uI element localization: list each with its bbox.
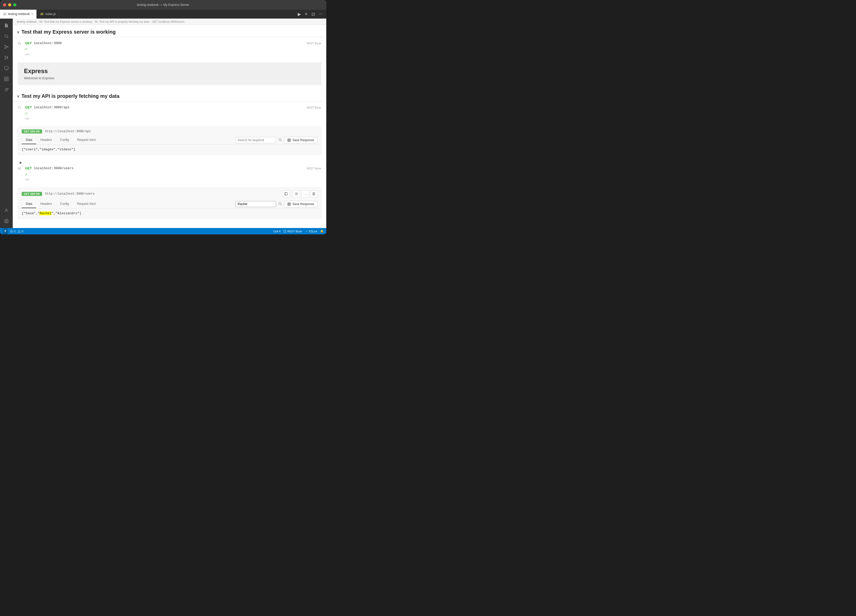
response-3-tab-request-sent[interactable]: Request Sent [73,200,100,208]
response-2-save-label: Save Response [293,138,314,142]
svg-rect-14 [4,80,6,81]
svg-rect-15 [7,80,8,81]
response-3-search-input[interactable] [235,201,276,207]
section-1-chevron[interactable]: ∨ [17,30,19,34]
sidebar-icon-remote[interactable] [2,63,11,73]
request-2-status-row: ✓ [18,111,321,117]
request-2-code-toggle[interactable]: </> [25,117,29,120]
section-1: ∨ Test that my Express server is working… [13,25,326,85]
section-2-title: Test my API is properly fetching my data [22,93,120,99]
statusbar: ✗ 0 0 Cell 4 REST Book ESLint 🔔 [0,228,326,234]
response-2-tab-data[interactable]: Data [22,136,36,144]
breadcrumb-sep-2: › [93,20,94,23]
request-1-method: GET [25,41,32,45]
response-2-search-icon[interactable] [278,138,282,143]
restbook-file-icon: rb [3,12,7,16]
js-file-icon: JS [40,12,44,16]
request-2-check: ✓ [25,111,28,115]
statusbar-x-icon[interactable]: ✗ [3,228,8,234]
close-button[interactable] [3,3,6,6]
traffic-lights [3,3,16,6]
tab-actions [297,11,326,17]
sidebar-icon-restbook[interactable] [2,85,11,95]
response-2-tab-headers[interactable]: Headers [36,136,56,144]
minimize-button[interactable] [8,3,11,6]
response-3-save-button[interactable]: Save Response [284,201,317,207]
run-icon[interactable] [297,11,302,17]
statusbar-rest-book[interactable]: REST Book [283,230,302,233]
request-1-url[interactable]: localhost:3000 [34,41,62,45]
breadcrumb-sep-1: › [38,20,39,23]
response-3-body-part-1: ["Sana"," [22,212,40,215]
statusbar-warning-count: 0 [22,230,23,233]
statusbar-cell[interactable]: Cell 4 [273,230,280,233]
breadcrumb-item-4[interactable]: GET localhost:3000/users [152,20,184,23]
sidebar-icon-settings[interactable] [2,216,11,226]
response-2-save-button[interactable]: Save Response [284,137,317,143]
response-3-action-list[interactable] [293,190,300,197]
tab-indexjs[interactable]: JS index.js [37,10,59,18]
response-3-tab-data[interactable]: Data [22,200,36,208]
request-1: [2] GET localhost:3000 REST Book ✓ </> [13,37,326,62]
tab-restbook-label: testing.restbook [8,12,30,16]
response-3-body: ["Sana","Rachel","Alessandro"] [18,208,321,218]
svg-point-3 [5,48,6,49]
split-icon[interactable] [311,11,316,17]
tab-restbook[interactable]: rb testing.restbook × [0,10,37,18]
statusbar-errors[interactable]: 0 [10,230,15,233]
sidebar-icon-source-control[interactable] [2,42,11,52]
request-2-line-number: [7] [18,106,23,109]
request-1-status-row: ✓ [18,47,321,52]
response-3-tab-headers[interactable]: Headers [36,200,56,208]
sidebar-icon-files[interactable] [2,21,11,30]
sidebar-icon-extensions[interactable] [2,74,11,84]
breadcrumb-item-1[interactable]: testing.restbook [17,20,37,23]
response-3-action-more[interactable]: ··· [302,190,309,197]
request-1-url-line: [2] GET localhost:3000 REST Book [18,41,321,45]
breadcrumb-item-2[interactable]: M↕ Test that my Express server is workin… [40,20,92,23]
response-3-url: http://localhost:3000/users [45,192,95,196]
response-2-tab-config[interactable]: Config [56,136,73,144]
response-3-action-wrap[interactable] [282,190,289,197]
response-3-tab-config[interactable]: Config [56,200,73,208]
sidebar-icon-search[interactable] [2,31,11,41]
response-3-search-icon[interactable] [278,202,282,206]
more-icon[interactable] [318,11,323,17]
svg-marker-7 [5,56,8,59]
express-subtitle: Welcome to Express [24,76,315,80]
request-2-url-line: [7] GET localhost:3000/api REST Book [18,106,321,109]
statusbar-warnings[interactable]: 0 [18,230,23,233]
maximize-button[interactable] [13,3,16,6]
request-3-method: GET [25,166,32,170]
section-2-header: ∨ Test my API is properly fetching my da… [13,89,326,101]
response-2-tab-request-sent[interactable]: Request Sent [73,136,100,144]
request-3-run-button[interactable]: ▶ [18,160,23,165]
response-2-search-input[interactable] [235,137,276,143]
svg-line-28 [281,204,282,205]
statusbar-eslint[interactable]: ESLint [305,230,317,233]
breadcrumb-item-3[interactable]: M↕ Test my API is properly fetching my d… [95,20,149,23]
request-3-code-row: </> [18,177,321,183]
svg-rect-35 [284,230,286,232]
response-3-status-badge: GET 200 OK [22,192,42,196]
sidebar-icon-run[interactable] [2,53,11,62]
response-3-body-highlight: Rachel [40,212,51,215]
tab-close-icon[interactable]: × [31,12,33,16]
request-1-code-toggle[interactable]: </> [25,53,29,56]
svg-rect-22 [285,193,288,195]
tabbar: rb testing.restbook × JS index.js [0,10,326,18]
section-2-chevron[interactable]: ∨ [17,94,19,98]
statusbar-notification-icon[interactable]: 🔔 [320,229,324,233]
response-3-action-delete[interactable] [310,190,317,197]
response-2-search-area: Save Response [235,137,317,143]
request-3-code-toggle[interactable]: </> [25,178,29,181]
section-1-header: ∨ Test that my Express server is working [13,25,326,37]
request-1-label: REST Book [307,42,321,45]
window-title: testing.restbook — My Express Server [137,3,189,7]
svg-line-1 [7,37,8,38]
list-icon[interactable] [304,11,308,17]
breadcrumb-sep-3: › [150,20,151,23]
request-3-url[interactable]: localhost:3000/users [34,166,74,170]
sidebar-icon-account[interactable] [2,206,11,215]
request-2-url[interactable]: localhost:3000/api [34,106,69,109]
